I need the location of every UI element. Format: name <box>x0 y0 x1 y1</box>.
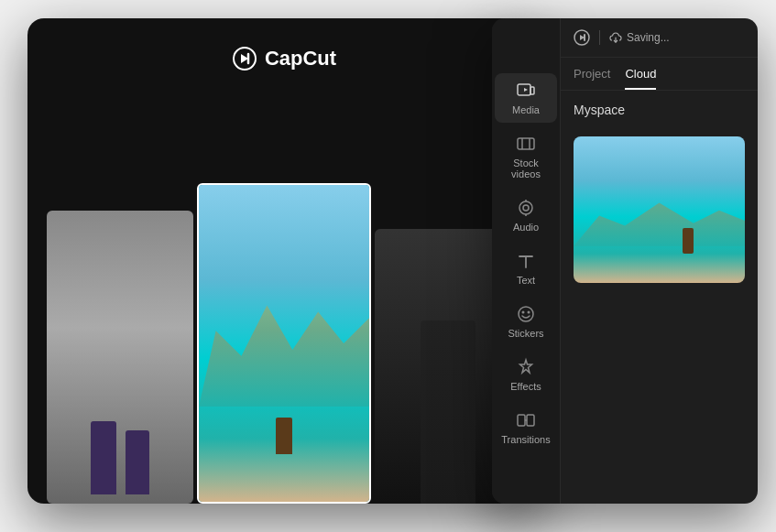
sidebar-item-text[interactable]: Text <box>495 244 557 293</box>
top-bar: Saving... <box>561 18 758 58</box>
sidebar-label-transitions: Transitions <box>501 434 550 445</box>
person-silhouette-2 <box>126 430 149 494</box>
svg-point-16 <box>528 311 530 314</box>
cloud-hiker <box>683 228 694 254</box>
app-name-label: CapCut <box>265 47 336 71</box>
saving-status: Saving... <box>609 31 670 44</box>
sidebar-item-transitions[interactable]: Transitions <box>495 403 557 452</box>
svg-rect-18 <box>527 415 534 426</box>
media-icon <box>516 81 536 101</box>
svg-point-8 <box>519 201 532 214</box>
myspace-label: Myspace <box>574 103 625 117</box>
svg-rect-17 <box>518 415 525 426</box>
sidebar-label-media: Media <box>512 104 540 115</box>
myspace-section: Myspace <box>561 91 758 129</box>
woman-silhouette <box>421 320 475 504</box>
sidebar-item-stock-videos[interactable]: Stock videos <box>495 126 557 187</box>
sidebar-item-stickers[interactable]: Stickers <box>495 297 557 346</box>
tabs-row: Project Cloud <box>561 58 758 91</box>
cloud-save-icon <box>609 31 622 44</box>
capcut-small-logo-icon <box>574 29 590 46</box>
media-item-center <box>197 183 371 504</box>
sidebar-item-media[interactable]: Media <box>495 73 557 123</box>
sidebar-label-audio: Audio <box>513 222 539 233</box>
sidebar-label-stickers: Stickers <box>508 328 543 339</box>
media-item-left <box>47 211 193 504</box>
svg-rect-4 <box>530 87 534 94</box>
saving-text-label: Saving... <box>627 31 670 44</box>
svg-marker-3 <box>524 88 528 92</box>
svg-point-9 <box>523 205 529 211</box>
sidebar-item-audio[interactable]: Audio <box>495 190 557 240</box>
media-strip <box>27 156 541 504</box>
transitions-icon <box>516 410 536 430</box>
tab-project[interactable]: Project <box>574 67 610 90</box>
sidebar-label-effects: Effects <box>510 381 541 392</box>
capcut-logo-icon <box>232 46 257 71</box>
sidebar: Media Stock videos <box>492 18 561 504</box>
scene-wrapper: CapCut <box>0 0 776 532</box>
editor-logo: CapCut <box>232 46 336 71</box>
right-panel: Media Stock videos <box>492 18 758 504</box>
svg-point-15 <box>522 311 525 314</box>
sidebar-label-text: Text <box>517 275 535 286</box>
cloud-media-preview <box>574 136 745 283</box>
panel-content: Saving... Project Cloud Myspace <box>561 18 758 504</box>
hiker-silhouette <box>276 418 292 454</box>
text-icon <box>516 251 536 271</box>
effects-icon <box>516 357 536 377</box>
tab-cloud[interactable]: Cloud <box>625 67 656 90</box>
editor-window: CapCut <box>27 18 541 504</box>
svg-point-14 <box>519 307 533 321</box>
stickers-icon <box>516 304 536 324</box>
svg-rect-5 <box>518 138 534 149</box>
stock-videos-icon <box>516 134 536 154</box>
separator <box>599 30 600 45</box>
sidebar-label-stock: Stock videos <box>498 157 553 179</box>
person-silhouette-1 <box>91 421 116 494</box>
audio-icon <box>516 198 536 218</box>
sidebar-item-effects[interactable]: Effects <box>495 350 557 399</box>
